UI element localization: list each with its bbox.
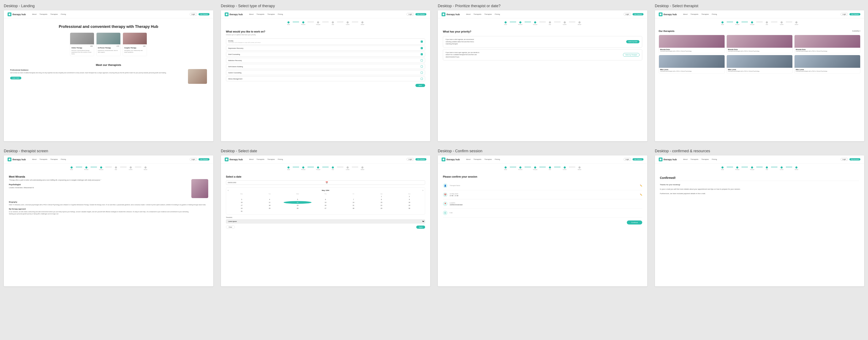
confirm-edit-therapist[interactable]: ✏️ bbox=[640, 185, 642, 187]
nav-pricing-5[interactable]: Pricing bbox=[61, 158, 66, 160]
cal-day-29[interactable]: 29 bbox=[368, 207, 395, 210]
cal-day-6[interactable]: 6 bbox=[312, 198, 339, 201]
nav-therapise-3[interactable]: Therapise bbox=[484, 13, 492, 15]
get-started-button-3[interactable]: Get Started bbox=[632, 13, 644, 16]
cal-day-24[interactable]: 24 bbox=[228, 207, 255, 210]
therapy-option-depression[interactable]: Depression Recovery bbox=[226, 45, 425, 51]
cal-day-10[interactable]: 10 bbox=[228, 201, 255, 204]
cal-day-12[interactable]: 12 bbox=[284, 201, 311, 204]
login-button-5[interactable]: Login bbox=[190, 158, 197, 161]
therapist-card-1[interactable]: Miranda Dolor Licensed psychologist with… bbox=[726, 35, 793, 53]
login-button-landing[interactable]: Login bbox=[190, 13, 197, 16]
date-input-row[interactable]: 09/05/1993 📅 bbox=[226, 180, 425, 185]
next-button-2[interactable]: Next bbox=[415, 84, 425, 87]
cal-day-25[interactable]: 25 bbox=[256, 207, 283, 210]
cal-day-18[interactable]: 18 bbox=[256, 204, 283, 207]
nav-about-3[interactable]: About bbox=[466, 13, 470, 15]
nav-therapise-4[interactable]: Therapise bbox=[701, 13, 709, 15]
logo-select-therapy[interactable]: therapy hub bbox=[225, 12, 243, 16]
nav-about-4[interactable]: About bbox=[683, 13, 687, 15]
nav-therapists-5[interactable]: Therapists bbox=[39, 158, 47, 160]
nav-about-8[interactable]: About bbox=[683, 158, 687, 160]
login-button-8[interactable]: Login bbox=[841, 158, 848, 161]
therapist-card-4[interactable]: Mike Lorem Licensed psychologist with a … bbox=[726, 55, 793, 73]
logo-therapist-detail[interactable]: therapy hub bbox=[8, 158, 26, 161]
get-started-button-7[interactable]: Get Started bbox=[632, 158, 644, 160]
nav-therapists-7[interactable]: Therapists bbox=[473, 158, 481, 160]
nav-pricing-3[interactable]: Pricing bbox=[495, 13, 500, 15]
clear-button[interactable]: Clear bbox=[226, 225, 235, 229]
nav-therapise-5[interactable]: Therapise bbox=[50, 158, 58, 160]
logo-landing[interactable]: therapy hub bbox=[8, 12, 26, 16]
therapy-option-anxiety[interactable]: Anxiety Techniques and strategies to cop… bbox=[226, 38, 425, 44]
therapy-option-career[interactable]: Career Counseling bbox=[226, 70, 425, 75]
cal-day-23[interactable]: 23 bbox=[396, 204, 423, 207]
nav-pricing-4[interactable]: Pricing bbox=[712, 13, 717, 15]
get-started-button-5[interactable]: Get Started bbox=[198, 158, 210, 160]
timeslot-select[interactable]: Lorem ipsum bbox=[226, 219, 425, 223]
login-button-7[interactable]: Login bbox=[624, 158, 631, 161]
nav-therapists[interactable]: Therapists bbox=[39, 13, 47, 15]
therapy-option-stress[interactable]: Stress Management bbox=[226, 76, 425, 81]
checkbox-career[interactable] bbox=[421, 71, 423, 74]
nav-pricing[interactable]: Pricing bbox=[61, 13, 66, 15]
nav-pricing-6[interactable]: Pricing bbox=[278, 158, 283, 160]
cal-prev[interactable]: ‹ bbox=[228, 189, 228, 191]
availability-filter[interactable]: Availability ▾ bbox=[852, 30, 860, 32]
cal-day-30[interactable]: 30 bbox=[396, 207, 423, 210]
therapist-card-0[interactable]: Miranda Dolor Licensed psychologist with… bbox=[659, 35, 725, 53]
nav-therapise-7[interactable]: Therapise bbox=[484, 158, 492, 160]
checkbox-grief[interactable] bbox=[421, 53, 423, 55]
checkbox-anxiety[interactable] bbox=[421, 40, 423, 43]
logo-select-date[interactable]: therapy hub bbox=[225, 158, 243, 161]
nav-therapists-2[interactable]: Therapists bbox=[256, 13, 264, 15]
login-button-6[interactable]: Login bbox=[407, 158, 414, 161]
logo-confirm-session[interactable]: therapy hub bbox=[442, 158, 460, 161]
checkbox-selfesteem[interactable] bbox=[421, 65, 423, 68]
nav-about-6[interactable]: About bbox=[249, 158, 253, 160]
nav-therapise-8[interactable]: Therapise bbox=[701, 158, 709, 160]
nav-about-2[interactable]: About bbox=[249, 13, 253, 15]
cal-day-15[interactable]: 15 bbox=[368, 201, 395, 204]
cal-day-22[interactable]: 22 bbox=[368, 204, 395, 207]
nav-pricing-8[interactable]: Pricing bbox=[712, 158, 717, 160]
logo-select-therapist[interactable]: therapy hub bbox=[659, 12, 677, 16]
cal-day-19[interactable]: 19 bbox=[284, 204, 311, 207]
nav-therapists-4[interactable]: Therapists bbox=[690, 13, 698, 15]
confirm-button[interactable]: Continue bbox=[627, 220, 642, 224]
login-button-2[interactable]: Login bbox=[407, 13, 414, 16]
get-started-button-4[interactable]: Get Started bbox=[849, 13, 860, 16]
hero-card-inperson[interactable]: In-Person Therapy £70 Experience compass… bbox=[96, 33, 121, 56]
therapy-option-grief[interactable]: Grief Counseling bbox=[226, 52, 425, 57]
nav-pricing-2[interactable]: Pricing bbox=[278, 13, 283, 15]
cal-day-16[interactable]: 16 bbox=[396, 201, 423, 204]
cal-day-21[interactable]: 21 bbox=[340, 204, 367, 207]
cal-day-26[interactable]: 26 bbox=[284, 207, 311, 210]
nav-about-7[interactable]: About bbox=[466, 158, 470, 160]
nav-pricing-7[interactable]: Pricing bbox=[495, 158, 500, 160]
logo-priority[interactable]: therapy hub bbox=[442, 12, 460, 16]
cal-day-5[interactable]: 5 bbox=[284, 198, 311, 201]
logo-confirmed[interactable]: therapy hub bbox=[659, 158, 677, 161]
get-started-button-2[interactable]: Get Started bbox=[415, 13, 426, 16]
hero-card-online[interactable]: Online Therapy £60 Discover a personalis… bbox=[70, 33, 94, 56]
therapist-card-3[interactable]: Mike Lorem Licensed psychologist with a … bbox=[659, 55, 725, 73]
cal-day-17[interactable]: 17 bbox=[228, 204, 255, 207]
get-started-button-6[interactable]: Get Started bbox=[415, 158, 426, 160]
nav-therapists-8[interactable]: Therapists bbox=[690, 158, 698, 160]
therapist-card-5[interactable]: Mike Lorem Licensed psychologist with a … bbox=[794, 55, 860, 73]
my-account-button[interactable]: My Account bbox=[849, 158, 860, 160]
nav-therapists-6[interactable]: Therapists bbox=[256, 158, 264, 160]
nav-therapists-3[interactable]: Therapists bbox=[473, 13, 481, 15]
checkbox-depression[interactable] bbox=[421, 47, 423, 49]
hero-card-couples[interactable]: Couples Therapy £90 Strengthen your rela… bbox=[123, 33, 147, 56]
nav-therapise[interactable]: Therapise bbox=[50, 13, 58, 15]
therapy-option-addiction[interactable]: Addiction Recovery bbox=[226, 58, 425, 63]
cal-day-20[interactable]: 20 bbox=[312, 204, 339, 207]
login-button-4[interactable]: Login bbox=[841, 13, 848, 16]
cal-day-8[interactable]: 8 bbox=[368, 198, 395, 201]
cal-day-13[interactable]: 13 bbox=[312, 201, 339, 204]
cal-day-27[interactable]: 27 bbox=[312, 207, 339, 210]
therapy-option-selfesteem[interactable]: Self-Esteem Building bbox=[226, 64, 425, 69]
cal-day-7[interactable]: 7 bbox=[340, 198, 367, 201]
